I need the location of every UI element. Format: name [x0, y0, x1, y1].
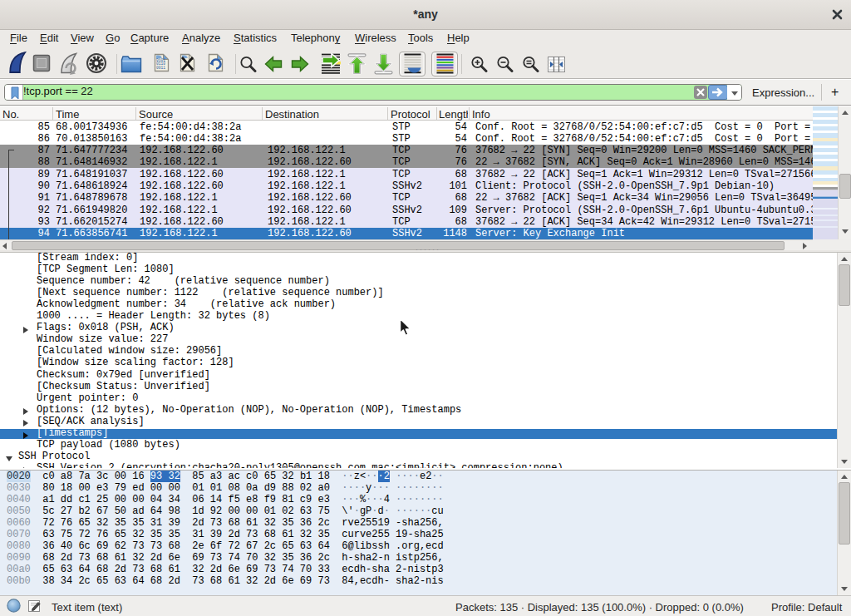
svg-text:0011: 0011: [156, 66, 165, 70]
